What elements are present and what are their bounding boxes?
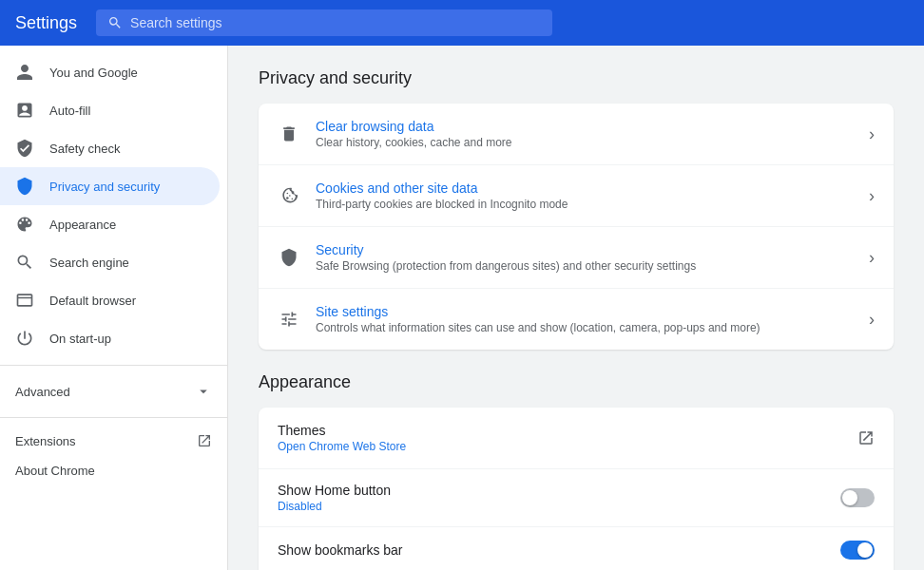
- chevron-right-icon-4: ›: [869, 310, 875, 330]
- sidebar-item-label: Appearance: [49, 218, 116, 232]
- site-settings-icon: [278, 308, 300, 331]
- show-home-button-sub: Disabled: [278, 500, 840, 513]
- startup-icon: [15, 329, 34, 348]
- privacy-section-title: Privacy and security: [259, 68, 894, 88]
- privacy-security-section: Privacy and security Clear browsing data…: [259, 68, 894, 350]
- site-settings-text: Site settings Controls what information …: [316, 304, 869, 334]
- site-settings-title: Site settings: [316, 304, 869, 319]
- appearance-section: Appearance Themes Open Chrome Web Store …: [259, 372, 894, 570]
- clear-browsing-title: Clear browsing data: [316, 119, 869, 134]
- clear-browsing-sub: Clear history, cookies, cache and more: [316, 136, 869, 149]
- cookie-icon: [278, 184, 300, 207]
- sidebar-item-autofill[interactable]: Auto-fill: [0, 91, 220, 129]
- themes-sub: Open Chrome Web Store: [278, 440, 857, 453]
- sidebar-item-about-chrome[interactable]: About Chrome: [0, 456, 227, 485]
- sidebar-item-label: You and Google: [49, 66, 138, 80]
- security-title: Security: [316, 242, 869, 257]
- sidebar-item-label: Safety check: [49, 142, 120, 156]
- clear-browsing-text: Clear browsing data Clear history, cooki…: [316, 119, 869, 149]
- sidebar-divider: [0, 365, 227, 366]
- sidebar-item-you-google[interactable]: You and Google: [0, 53, 220, 91]
- chevron-down-icon: [195, 383, 212, 400]
- svg-point-0: [289, 195, 291, 197]
- autofill-icon: [15, 101, 34, 120]
- show-home-button-title: Show Home button: [278, 483, 840, 498]
- chevron-right-icon: ›: [869, 124, 875, 144]
- sidebar-item-label: Default browser: [49, 294, 136, 308]
- search-input[interactable]: [130, 15, 541, 30]
- appearance-section-title: Appearance: [259, 372, 894, 392]
- privacy-icon: [15, 177, 34, 196]
- toggle-knob: [842, 490, 857, 505]
- chevron-right-icon-2: ›: [869, 186, 875, 206]
- trash-icon: [278, 123, 300, 145]
- search-icon: [107, 15, 123, 30]
- sidebar-item-label: Privacy and security: [49, 180, 160, 194]
- app-header: Settings: [0, 0, 924, 46]
- sidebar-advanced[interactable]: Advanced: [0, 373, 227, 409]
- external-link-icon: [197, 433, 212, 448]
- sidebar-item-search-engine[interactable]: Search engine: [0, 243, 220, 281]
- clear-browsing-row[interactable]: Clear browsing data Clear history, cooki…: [259, 104, 894, 165]
- sidebar-item-extensions[interactable]: Extensions: [0, 426, 227, 456]
- show-home-button-text: Show Home button Disabled: [278, 483, 840, 513]
- cookies-sub: Third-party cookies are blocked in Incog…: [316, 198, 869, 211]
- appearance-card: Themes Open Chrome Web Store Show Home b…: [259, 408, 894, 570]
- sidebar-item-safety-check[interactable]: Safety check: [0, 129, 220, 167]
- sidebar-item-on-startup[interactable]: On start-up: [0, 319, 220, 357]
- security-sub: Safe Browsing (protection from dangerous…: [316, 259, 869, 273]
- person-icon: [15, 63, 34, 82]
- about-chrome-label: About Chrome: [15, 464, 95, 478]
- search-bar[interactable]: [96, 10, 552, 36]
- toggle-knob-2: [857, 542, 873, 558]
- show-home-button-row: Show Home button Disabled: [259, 469, 894, 527]
- sidebar-item-default-browser[interactable]: Default browser: [0, 281, 220, 319]
- sidebar: You and Google Auto-fill Safety check Pr…: [0, 46, 228, 570]
- site-settings-sub: Controls what information sites can use …: [316, 321, 869, 334]
- sidebar-item-privacy-security[interactable]: Privacy and security: [0, 167, 220, 205]
- svg-point-2: [292, 199, 294, 200]
- show-bookmarks-bar-title: Show bookmarks bar: [278, 542, 840, 558]
- security-row[interactable]: Security Safe Browsing (protection from …: [259, 227, 894, 289]
- privacy-security-card: Clear browsing data Clear history, cooki…: [259, 104, 894, 350]
- security-icon: [278, 246, 300, 269]
- site-settings-row[interactable]: Site settings Controls what information …: [259, 289, 894, 350]
- security-text: Security Safe Browsing (protection from …: [316, 242, 869, 273]
- sidebar-item-label: Search engine: [49, 256, 129, 270]
- themes-text: Themes Open Chrome Web Store: [278, 423, 857, 453]
- app-title: Settings: [15, 13, 77, 33]
- sidebar-item-appearance[interactable]: Appearance: [0, 205, 220, 243]
- appearance-icon: [15, 215, 34, 234]
- cookies-row[interactable]: Cookies and other site data Third-party …: [259, 165, 894, 227]
- themes-title: Themes: [278, 423, 857, 438]
- sidebar-item-label: Auto-fill: [49, 104, 90, 118]
- svg-point-3: [286, 197, 289, 200]
- main-layout: You and Google Auto-fill Safety check Pr…: [0, 46, 924, 570]
- external-link-icon-2: [857, 429, 875, 446]
- search-engine-icon: [15, 253, 34, 272]
- cookies-text: Cookies and other site data Third-party …: [316, 180, 869, 211]
- show-bookmarks-bar-row: Show bookmarks bar: [259, 527, 894, 570]
- sidebar-divider-2: [0, 417, 227, 418]
- show-home-button-toggle[interactable]: [840, 488, 875, 507]
- browser-icon: [15, 291, 34, 310]
- sidebar-item-label: On start-up: [49, 332, 111, 346]
- chevron-right-icon-3: ›: [869, 248, 875, 268]
- shield-icon: [15, 139, 34, 158]
- themes-row[interactable]: Themes Open Chrome Web Store: [259, 408, 894, 469]
- extensions-label: Extensions: [15, 434, 191, 448]
- show-bookmarks-bar-toggle[interactable]: [840, 541, 875, 560]
- svg-point-1: [287, 193, 289, 195]
- settings-content: Privacy and security Clear browsing data…: [228, 46, 924, 570]
- cookies-title: Cookies and other site data: [316, 180, 869, 196]
- advanced-label: Advanced: [15, 385, 70, 399]
- show-bookmarks-bar-text: Show bookmarks bar: [278, 542, 840, 558]
